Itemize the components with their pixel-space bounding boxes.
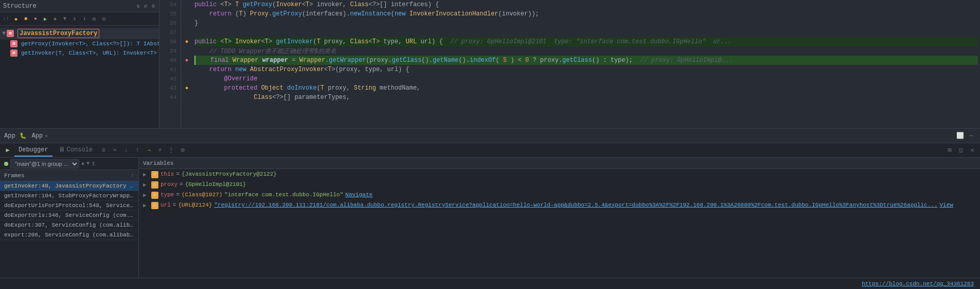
- frame-item-1[interactable]: getInvoker:104, StubProxyFactoryWrapper.…: [0, 191, 138, 201]
- var-eq-type: =: [176, 192, 180, 198]
- resume-icon[interactable]: ▶: [3, 146, 12, 155]
- debug-toolbar: ▶ Debugger 🖥 Console ≡ ↷ ↓ ↑ → ⚡ ⋮ ⚙ ⊞ ◱…: [0, 143, 980, 158]
- debug-icon: 🐛: [20, 132, 27, 139]
- var-item-type[interactable]: ▶ ○ type = (Class@1927) "interface com.t…: [139, 191, 980, 201]
- var-item-url[interactable]: ▶ ○ url = {URL@2124} "registry://192.168…: [139, 201, 980, 211]
- method-label-2: getInvoker(T, Class<T>, URL): Invoker<T>…: [21, 50, 159, 56]
- close2-icon[interactable]: ✕: [968, 146, 977, 155]
- code-line-39: // TODO Wrapper类不能正确处理带$的类名: [194, 46, 978, 56]
- variables-panel: Variables ▶ ○ this = {JavassistProxyFact…: [139, 158, 980, 278]
- tab-close-icon[interactable]: ✕: [45, 133, 48, 139]
- layout-icon[interactable]: ⊞: [945, 146, 954, 155]
- gutter: ● ● ●: [181, 0, 192, 128]
- frame-label-5: export:206, ServiceConfig (com.alibaba.d…: [4, 232, 138, 238]
- toolbar-icon-3[interactable]: ■: [22, 15, 30, 23]
- var-badge-url: ○: [151, 202, 158, 209]
- debug-panel: App 🐛 App ✕ ⬜ — ▶ Debugger 🖥 Console ≡ ↷…: [0, 129, 980, 278]
- frames-expand-icon[interactable]: ↕: [131, 173, 134, 178]
- var-badge-this: ○: [151, 171, 158, 178]
- var-badge-type: ○: [151, 192, 158, 199]
- toolbar-icon-6[interactable]: ▲: [51, 15, 59, 23]
- minimize-icon[interactable]: —: [967, 131, 976, 141]
- toolbar-icon-2[interactable]: ◆: [12, 15, 20, 23]
- restore-icon[interactable]: ◱: [956, 146, 966, 155]
- toolbar-icon-5[interactable]: ▶: [41, 15, 49, 23]
- toolbar-icon-expand[interactable]: ⊞: [90, 15, 98, 23]
- toolbar-icon-4[interactable]: ●: [31, 15, 40, 23]
- code-line-34: public <T> T getProxy(Invoker<T> invoker…: [194, 0, 978, 9]
- frame-class-0: (com...: [127, 183, 138, 189]
- tab-debugger[interactable]: Debugger: [14, 144, 52, 157]
- code-line-40: final Wrapper wrapper = Wrapper.getWrapp…: [194, 56, 978, 65]
- eval-icon[interactable]: ⚡: [155, 146, 165, 155]
- frames-panel: "main"@1 in group ... ▲ ▼ ⊻ Frames ↕ get…: [0, 158, 139, 278]
- code-panel: 34 35 36 37 38 39 40 41 42 43 44: [159, 0, 980, 128]
- var-val-url-ref: {URL@2124}: [178, 202, 212, 208]
- maximize-icon[interactable]: ⬜: [955, 131, 965, 141]
- method-badge-2: m: [10, 49, 17, 57]
- tree-method-item-1[interactable]: m getProxy(Invoker<T>, Class<?>[]): T IA…: [0, 39, 159, 48]
- frame-main-0: getInvoker:40, JavassistProxyFactory: [4, 183, 127, 189]
- line-num-35: 35: [159, 9, 176, 19]
- frame-item-4[interactable]: doExport:307, ServiceConfig (com.alibaba…: [0, 220, 138, 230]
- step-into-icon[interactable]: ↓: [121, 146, 131, 155]
- sort2-icon[interactable]: ⇄: [143, 2, 149, 10]
- threads-icon[interactable]: ⋮: [167, 146, 176, 155]
- thread-filter-icon[interactable]: ⊻: [92, 161, 95, 167]
- toolbar-icon-collapse[interactable]: ⊟: [100, 15, 108, 23]
- var-val-url-str[interactable]: "registry://192.168.200.111:2181/com.ali…: [214, 202, 937, 208]
- list-icon[interactable]: ≡: [99, 146, 108, 155]
- var-val-this: {JavassistProxyFactory@2122}: [182, 171, 277, 177]
- toolbar-icon-9[interactable]: ⬇: [80, 15, 88, 23]
- tree-method-item-2[interactable]: m getInvoker(T, Class<T>, URL): Invoker<…: [0, 48, 159, 58]
- settings-icon[interactable]: ⚙: [150, 2, 156, 10]
- var-nav-type[interactable]: Navigate: [345, 192, 372, 198]
- code-line-38: public <T> Invoker<T> getInvoker(T proxy…: [194, 37, 978, 46]
- toolbar-icon-8[interactable]: ⬆: [70, 15, 79, 23]
- var-arrow-this: ▶: [143, 171, 149, 178]
- frame-item-2[interactable]: doExportUrlsFor1Protocol:548, ServiceCon…: [0, 201, 138, 211]
- method-badge-1: m: [10, 40, 17, 47]
- var-item-proxy[interactable]: ▶ ○ proxy = {GpHelloImpl@2101}: [139, 180, 980, 191]
- line-numbers: 34 35 36 37 38 39 40 41 42 43 44: [159, 0, 181, 128]
- code-line-42: @Override: [194, 74, 978, 83]
- variables-header: Variables: [139, 158, 980, 169]
- step-out-icon[interactable]: ↑: [133, 146, 142, 155]
- frame-label-3: doExportUrls:346, ServiceConfig (com.ali…: [4, 212, 138, 218]
- tab-console[interactable]: 🖥 Console: [55, 144, 97, 157]
- settings2-icon[interactable]: ⚙: [178, 146, 187, 155]
- frames-list: getInvoker:40, JavassistProxyFactory (co…: [0, 181, 138, 278]
- sort-icon[interactable]: ⇅: [135, 2, 141, 10]
- thread-select[interactable]: "main"@1 in group ...: [10, 159, 79, 168]
- var-item-this[interactable]: ▶ ○ this = {JavassistProxyFactory@2122}: [139, 170, 980, 180]
- var-eq-this: =: [176, 171, 180, 177]
- run-cursor-icon[interactable]: →: [144, 146, 153, 155]
- status-bar: https://blog.csdn.net/qq_34361283: [0, 278, 980, 289]
- thread-down-icon[interactable]: ▼: [86, 161, 90, 166]
- code-line-36: }: [194, 19, 978, 28]
- structure-header: Structure ⇅ ⇄ ⚙: [0, 0, 159, 12]
- line-num-39: 39: [159, 46, 176, 56]
- line-num-36: 36: [159, 19, 176, 28]
- code-line-37: [194, 28, 978, 37]
- toolbar-icon-7[interactable]: ▼: [61, 15, 69, 23]
- top-panel: Structure ⇅ ⇄ ⚙ ↓↑ ◆ ■ ● ▶ ▲ ▼ ⬆ ⬇ ⊞ ⊟: [0, 0, 980, 129]
- line-num-42: 42: [159, 74, 176, 83]
- var-nav-url[interactable]: View: [939, 202, 953, 208]
- step-over-icon[interactable]: ↷: [110, 146, 119, 155]
- var-name-this: this: [161, 171, 174, 177]
- status-url: https://blog.csdn.net/qq_34361283: [862, 281, 974, 287]
- tree-class-item[interactable]: ▼ m JavassistProxyFactory: [0, 28, 159, 39]
- frame-item-5[interactable]: export:206, ServiceConfig (com.alibaba.d…: [0, 230, 138, 240]
- structure-icons: ⇅ ⇄ ⚙: [135, 2, 156, 10]
- toolbar-icon-1[interactable]: ↓↑: [2, 15, 10, 23]
- thread-up-icon[interactable]: ▲: [81, 161, 84, 166]
- class-badge: m: [7, 30, 14, 37]
- frame-item-0[interactable]: getInvoker:40, JavassistProxyFactory (co…: [0, 181, 138, 191]
- frames-label: Frames: [4, 173, 25, 179]
- debug-right-icons: ⬜ —: [955, 131, 976, 141]
- gutter-40: ●: [181, 56, 192, 65]
- structure-panel: Structure ⇅ ⇄ ⚙ ↓↑ ◆ ■ ● ▶ ▲ ▼ ⬆ ⬇ ⊞ ⊟: [0, 0, 159, 128]
- frame-item-3[interactable]: doExportUrls:346, ServiceConfig (com.ali…: [0, 211, 138, 220]
- class-name: JavassistProxyFactory: [17, 29, 99, 38]
